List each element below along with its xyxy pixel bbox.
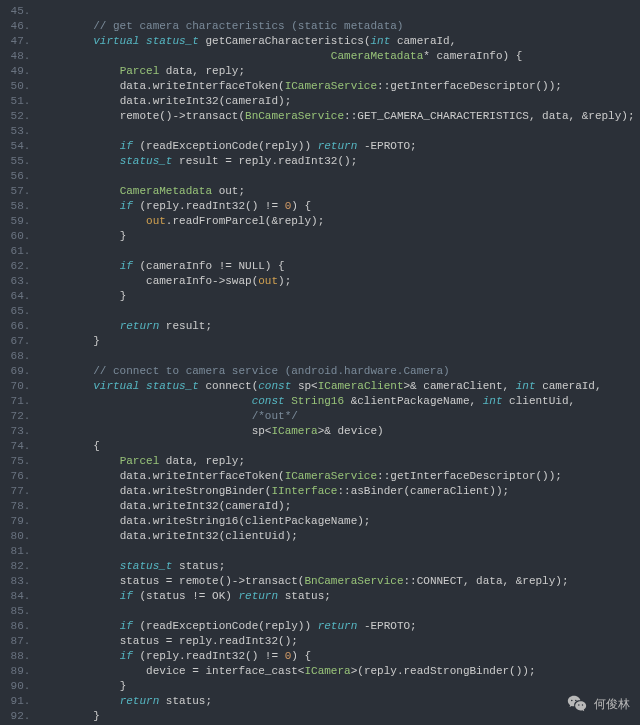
code-line: status_t result = reply.readInt32(); (40, 154, 640, 169)
watermark-text: 何俊林 (594, 697, 630, 712)
code-line: out.readFromParcel(&reply); (40, 214, 640, 229)
code-line: Parcel data, reply; (40, 454, 640, 469)
code-line: } (40, 679, 640, 694)
code-line: // get camera characteristics (static me… (40, 19, 640, 34)
code-line: remote()->transact(BnCameraService::GET_… (40, 109, 640, 124)
code-line (40, 544, 640, 559)
code-line: data.writeInterfaceToken(ICameraService:… (40, 79, 640, 94)
code-line (40, 244, 640, 259)
code-line: if (reply.readInt32() != 0) { (40, 649, 640, 664)
code-line: data.writeInt32(clientUid); (40, 529, 640, 544)
code-line: if (cameraInfo != NULL) { (40, 259, 640, 274)
code-line (40, 4, 640, 19)
code-line: data.writeStrongBinder(IInterface::asBin… (40, 484, 640, 499)
code-editor[interactable]: 45. 46. 47. 48. 49. 50. 51. 52. 53. 54. … (0, 0, 640, 725)
code-line (40, 349, 640, 364)
code-line: if (status != OK) return status; (40, 589, 640, 604)
code-line: } (40, 229, 640, 244)
code-line: virtual status_t getCameraCharacteristic… (40, 34, 640, 49)
code-area[interactable]: // get camera characteristics (static me… (40, 0, 640, 725)
code-line: virtual status_t connect(const sp<ICamer… (40, 379, 640, 394)
code-line: // connect to camera service (android.ha… (40, 364, 640, 379)
code-line: { (40, 439, 640, 454)
code-line: CameraMetadata out; (40, 184, 640, 199)
code-line: sp<ICamera>& device) (40, 424, 640, 439)
code-line: Parcel data, reply; (40, 64, 640, 79)
code-line: data.writeInt32(cameraId); (40, 499, 640, 514)
code-line: } (40, 334, 640, 349)
watermark: 何俊林 (566, 693, 630, 715)
line-number-gutter: 45. 46. 47. 48. 49. 50. 51. 52. 53. 54. … (0, 0, 40, 725)
code-line: return result; (40, 319, 640, 334)
wechat-icon (566, 693, 588, 715)
code-line: /*out*/ (40, 409, 640, 424)
code-line (40, 124, 640, 139)
code-line: } (40, 709, 640, 724)
code-line: if (readExceptionCode(reply)) return -EP… (40, 139, 640, 154)
code-line: status = remote()->transact(BnCameraServ… (40, 574, 640, 589)
code-line: data.writeString16(clientPackageName); (40, 514, 640, 529)
code-line: if (readExceptionCode(reply)) return -EP… (40, 619, 640, 634)
code-line: const String16 &clientPackageName, int c… (40, 394, 640, 409)
code-line: status_t status; (40, 559, 640, 574)
code-line (40, 169, 640, 184)
code-line (40, 604, 640, 619)
code-line: return status; (40, 694, 640, 709)
code-line: data.writeInterfaceToken(ICameraService:… (40, 469, 640, 484)
code-line: data.writeInt32(cameraId); (40, 94, 640, 109)
code-line: CameraMetadata* cameraInfo) { (40, 49, 640, 64)
code-line: } (40, 289, 640, 304)
code-line: status = reply.readInt32(); (40, 634, 640, 649)
code-line (40, 304, 640, 319)
code-line: cameraInfo->swap(out); (40, 274, 640, 289)
code-line: if (reply.readInt32() != 0) { (40, 199, 640, 214)
code-line: device = interface_cast<ICamera>(reply.r… (40, 664, 640, 679)
